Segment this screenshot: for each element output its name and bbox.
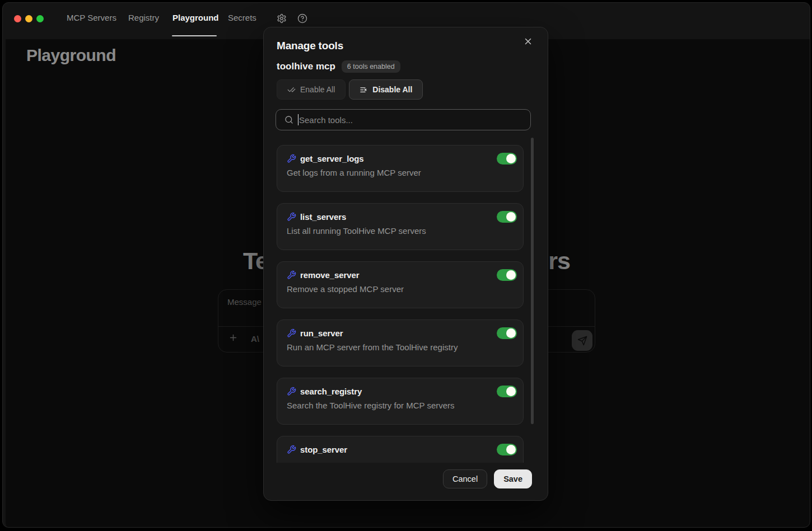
wrench-icon xyxy=(287,212,296,222)
tool-name: list_servers xyxy=(300,212,497,222)
tool-description: Remove a stopped MCP server xyxy=(287,284,404,294)
server-row: toolhive mcp 6 tools enabled xyxy=(277,60,400,73)
wrench-icon xyxy=(287,154,296,163)
server-name: toolhive mcp xyxy=(277,61,335,72)
tool-name: remove_server xyxy=(300,270,497,280)
close-icon[interactable] xyxy=(523,36,533,46)
tool-description: Search the ToolHive registry for MCP ser… xyxy=(287,401,455,410)
tool-card: list_servers List all running ToolHive M… xyxy=(277,203,524,250)
save-button[interactable]: Save xyxy=(494,469,532,488)
text-caret xyxy=(298,114,298,125)
enable-all-label: Enable All xyxy=(300,85,335,94)
tool-toggle[interactable] xyxy=(497,444,517,455)
tool-card: stop_server xyxy=(277,436,524,463)
tool-card: get_server_logs Get logs from a running … xyxy=(277,145,524,192)
disable-all-label: Disable All xyxy=(372,85,412,94)
tool-card-header: stop_server xyxy=(287,443,517,455)
toggle-knob xyxy=(506,154,516,163)
toggle-knob xyxy=(506,328,516,338)
cancel-button[interactable]: Cancel xyxy=(443,469,487,488)
dialog-title: Manage tools xyxy=(277,40,343,52)
disable-all-button[interactable]: Disable All xyxy=(349,79,423,100)
search-icon xyxy=(284,115,293,124)
dialog-footer: Cancel Save xyxy=(264,469,548,488)
wrench-icon xyxy=(287,328,296,338)
tool-toggle[interactable] xyxy=(497,153,517,165)
active-tab-underline xyxy=(172,35,217,36)
tool-card: run_server Run an MCP server from the To… xyxy=(277,319,524,366)
help-icon[interactable] xyxy=(297,13,307,24)
traffic-light-close-button[interactable] xyxy=(14,15,21,22)
tab-secrets[interactable]: Secrets xyxy=(228,13,256,22)
scrollbar-thumb[interactable] xyxy=(531,138,534,424)
tab-playground[interactable]: Playground xyxy=(172,13,219,22)
toggle-knob xyxy=(506,387,516,396)
tools-enabled-badge: 6 tools enabled xyxy=(342,60,400,73)
tool-description: Run an MCP server from the ToolHive regi… xyxy=(287,342,458,352)
tool-card-header: get_server_logs xyxy=(287,152,517,165)
tool-toggle[interactable] xyxy=(497,386,517,397)
tool-name: search_registry xyxy=(300,387,497,396)
enable-all-button[interactable]: Enable All xyxy=(277,79,346,100)
tool-toggle[interactable] xyxy=(497,327,517,339)
tab-registry[interactable]: Registry xyxy=(128,13,159,22)
check-check-icon xyxy=(287,86,296,94)
gear-icon[interactable] xyxy=(277,13,287,24)
list-x-icon xyxy=(360,86,368,94)
toggle-knob xyxy=(506,212,516,222)
tool-card: remove_server Remove a stopped MCP serve… xyxy=(277,261,524,308)
bulk-actions-row: Enable All Disable All xyxy=(277,79,423,100)
tool-card-header: remove_server xyxy=(287,269,517,281)
traffic-light-zoom-button[interactable] xyxy=(36,15,44,22)
wrench-icon xyxy=(287,445,296,454)
search-input[interactable] xyxy=(299,110,517,130)
tab-mcp-servers[interactable]: MCP Servers xyxy=(67,13,116,22)
tool-name: run_server xyxy=(300,328,497,338)
search-tools-field xyxy=(276,109,531,130)
tool-description: Get logs from a running MCP server xyxy=(287,168,421,177)
tool-card-header: run_server xyxy=(287,327,517,339)
tool-toggle[interactable] xyxy=(497,269,517,281)
tool-description: List all running ToolHive MCP servers xyxy=(287,226,426,236)
tool-card-header: list_servers xyxy=(287,210,517,223)
tool-name: stop_server xyxy=(300,445,497,454)
tool-card-header: search_registry xyxy=(287,385,517,397)
tool-name: get_server_logs xyxy=(300,154,497,163)
manage-tools-dialog: Manage tools toolhive mcp 6 tools enable… xyxy=(263,27,548,501)
toggle-knob xyxy=(506,270,516,280)
toggle-knob xyxy=(506,445,516,454)
traffic-light-minimize-button[interactable] xyxy=(25,15,32,22)
tool-list: get_server_logs Get logs from a running … xyxy=(277,137,524,463)
wrench-icon xyxy=(287,270,296,280)
tool-toggle[interactable] xyxy=(497,211,517,223)
tool-card: search_registry Search the ToolHive regi… xyxy=(277,378,524,425)
wrench-icon xyxy=(287,387,296,396)
